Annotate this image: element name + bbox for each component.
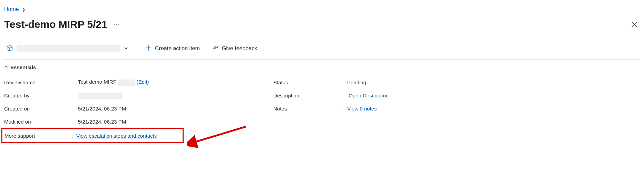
row-more-support: More support : View escalation steps and… <box>4 129 180 142</box>
breadcrumb: Home ❯ <box>4 6 640 12</box>
feedback-icon <box>212 45 218 52</box>
value-created-by <box>78 92 123 98</box>
row-description: Description : Open Description <box>273 89 389 102</box>
row-status: Status : Pending <box>273 76 389 89</box>
open-description-link[interactable]: Open Description <box>349 93 389 98</box>
essentials-toggle[interactable]: Essentials <box>4 64 36 70</box>
edit-review-name-link[interactable]: (Edit) <box>137 79 149 85</box>
annotation-arrow-icon <box>187 124 249 148</box>
package-icon <box>6 45 13 53</box>
chevron-up-icon <box>4 65 8 70</box>
toolbar-separator <box>136 44 136 53</box>
essentials-right-column: Status : Pending Description : Open Desc… <box>273 76 389 143</box>
svg-line-6 <box>193 127 246 143</box>
essentials-left-column: Review name : Test-demo MIRP (Edit) Crea… <box>4 76 184 143</box>
chevron-right-icon: ❯ <box>22 7 26 12</box>
label-status: Status <box>273 80 342 85</box>
toolbar: Create action item Give feedback <box>4 41 640 60</box>
title-row: Test-demo MIRP 5/21 ··· <box>4 19 640 30</box>
svg-point-4 <box>214 46 215 48</box>
row-created-by: Created by : <box>4 89 184 102</box>
breadcrumb-home[interactable]: Home <box>4 6 19 12</box>
create-action-item-button[interactable]: Create action item <box>142 43 203 54</box>
give-feedback-button[interactable]: Give feedback <box>209 43 261 54</box>
plus-icon <box>145 45 152 52</box>
label-created-by: Created by <box>4 93 73 98</box>
row-review-name: Review name : Test-demo MIRP (Edit) <box>4 76 184 89</box>
view-escalation-link[interactable]: View escalation steps and contacts <box>76 133 157 139</box>
essentials-grid: Review name : Test-demo MIRP (Edit) Crea… <box>4 76 640 143</box>
essentials-heading: Essentials <box>10 64 36 70</box>
scope-dropdown[interactable] <box>4 43 130 54</box>
label-review-name: Review name <box>4 80 73 85</box>
row-created-on: Created on : 5/21/2024, 06:23 PM <box>4 102 184 115</box>
redacted-created-by <box>78 93 123 99</box>
label-more-support: More support <box>4 133 71 139</box>
close-button[interactable] <box>629 19 640 30</box>
row-notes: Notes : View 0 notes <box>273 102 389 115</box>
give-feedback-label: Give feedback <box>222 45 257 52</box>
value-created-on: 5/21/2024, 06:23 PM <box>78 106 126 112</box>
label-description: Description <box>273 93 342 98</box>
annotation-highlight-box: More support : View escalation steps and… <box>1 128 184 143</box>
more-actions-icon[interactable]: ··· <box>114 21 120 28</box>
label-notes: Notes <box>273 106 342 112</box>
view-notes-link[interactable]: View 0 notes <box>347 106 377 112</box>
value-modified-on: 5/21/2024, 06:23 PM <box>78 119 126 125</box>
create-action-item-label: Create action item <box>155 45 200 52</box>
value-status: Pending <box>347 80 366 85</box>
label-modified-on: Modified on <box>4 119 73 125</box>
value-review-name: Test-demo MIRP (Edit) <box>78 79 149 85</box>
page-title: Test-demo MIRP 5/21 <box>4 19 107 30</box>
scope-dropdown-value <box>17 45 120 52</box>
chevron-down-icon <box>124 46 128 52</box>
row-modified-on: Modified on : 5/21/2024, 06:23 PM <box>4 115 184 128</box>
close-icon <box>631 21 638 28</box>
label-created-on: Created on <box>4 106 73 112</box>
redacted-review-suffix <box>118 80 135 86</box>
